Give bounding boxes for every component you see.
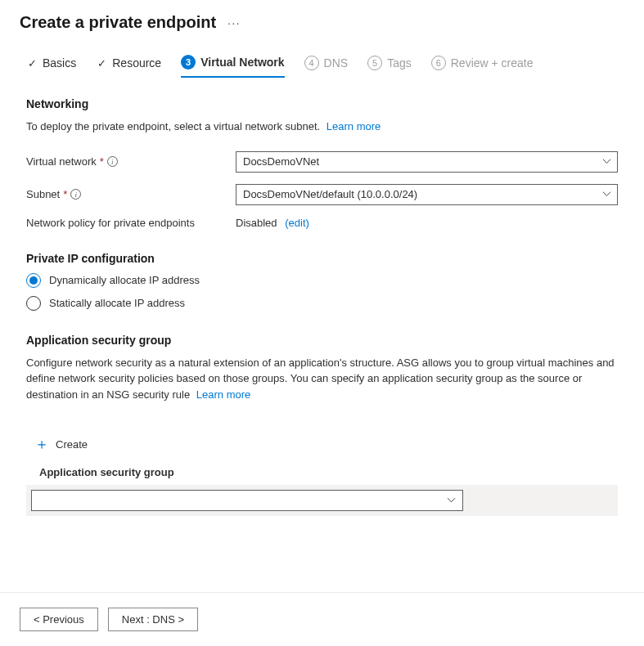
select-value: DocsDemoVNet/default (10.0.0.0/24)	[243, 188, 417, 200]
asg-column-label: Application security group	[39, 466, 618, 478]
subnet-label: Subnet *	[26, 188, 236, 200]
tab-tags[interactable]: 5 Tags	[367, 56, 412, 77]
chevron-down-icon	[447, 495, 456, 507]
step-badge: 3	[181, 55, 196, 70]
radio-label: Statically allocate IP address	[49, 297, 185, 309]
asg-desc: Configure network security as a natural …	[26, 355, 618, 403]
wizard-footer: < Previous Next : DNS >	[0, 592, 644, 646]
step-badge: 5	[367, 56, 382, 70]
page-title: Create a private endpoint	[20, 13, 216, 32]
radio-static[interactable]	[26, 296, 41, 311]
tab-resource[interactable]: Resource	[96, 56, 161, 76]
wizard-tabs: Basics Resource 3 Virtual Network 4 DNS …	[0, 38, 644, 78]
asg-input-row	[26, 485, 618, 516]
select-value: DocsDemoVNet	[243, 155, 319, 168]
edit-link[interactable]: (edit)	[285, 217, 309, 229]
asg-select[interactable]	[31, 490, 463, 511]
create-asg-button[interactable]: ＋ Create	[26, 432, 96, 456]
step-badge: 4	[304, 56, 319, 70]
tab-dns[interactable]: 4 DNS	[304, 56, 349, 77]
policy-value: Disabled (edit)	[236, 217, 309, 229]
check-icon	[96, 57, 107, 69]
plus-icon: ＋	[34, 437, 49, 451]
vnet-select[interactable]: DocsDemoVNet	[236, 151, 618, 173]
networking-desc: To deploy the private endpoint, select a…	[26, 119, 618, 135]
subnet-select[interactable]: DocsDemoVNet/default (10.0.0.0/24)	[236, 184, 618, 205]
chevron-down-icon	[602, 188, 611, 200]
tab-review-create[interactable]: 6 Review + create	[431, 56, 534, 77]
next-button[interactable]: Next : DNS >	[108, 608, 198, 631]
required-star: *	[63, 188, 67, 200]
chevron-down-icon	[602, 155, 611, 168]
vnet-label: Virtual network *	[26, 155, 236, 168]
info-icon[interactable]	[107, 156, 118, 167]
check-icon	[26, 57, 38, 69]
more-icon[interactable]: ···	[224, 14, 244, 31]
tab-label: Review + create	[451, 56, 534, 70]
learn-more-link[interactable]: Learn more	[327, 120, 381, 132]
tab-label: Resource	[112, 56, 161, 70]
tab-label: Tags	[387, 56, 412, 70]
tab-basics[interactable]: Basics	[26, 56, 76, 76]
ipconfig-heading: Private IP configuration	[26, 252, 618, 265]
tab-label: Virtual Network	[200, 56, 284, 69]
step-badge: 6	[431, 56, 446, 70]
radio-dynamic[interactable]	[26, 273, 41, 288]
tab-label: DNS	[324, 56, 349, 70]
required-star: *	[100, 155, 104, 168]
networking-heading: Networking	[26, 97, 618, 110]
learn-more-link[interactable]: Learn more	[196, 388, 250, 401]
radio-label: Dynamically allocate IP address	[49, 274, 200, 286]
previous-button[interactable]: < Previous	[20, 608, 98, 631]
tab-label: Basics	[43, 56, 76, 70]
create-label: Create	[56, 438, 88, 451]
policy-label: Network policy for private endpoints	[26, 217, 236, 229]
tab-virtual-network[interactable]: 3 Virtual Network	[181, 55, 284, 78]
info-icon[interactable]	[70, 189, 81, 200]
asg-heading: Application security group	[26, 334, 618, 347]
